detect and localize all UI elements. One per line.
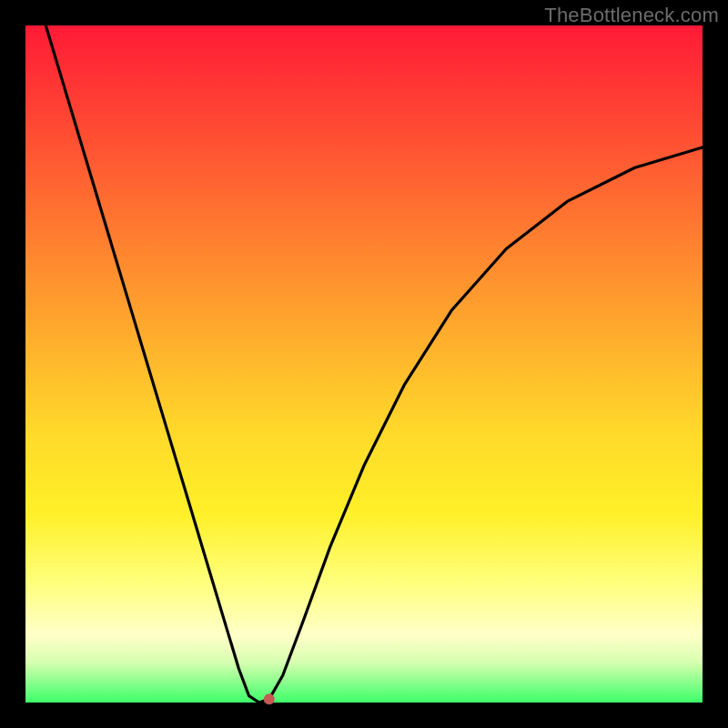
curve-layer <box>25 25 703 703</box>
watermark-text: TheBottleneck.com <box>544 4 719 27</box>
optimal-point-marker <box>264 693 275 704</box>
bottleneck-curve <box>46 25 703 703</box>
chart-frame: TheBottleneck.com <box>0 0 728 728</box>
plot-area <box>25 25 703 703</box>
